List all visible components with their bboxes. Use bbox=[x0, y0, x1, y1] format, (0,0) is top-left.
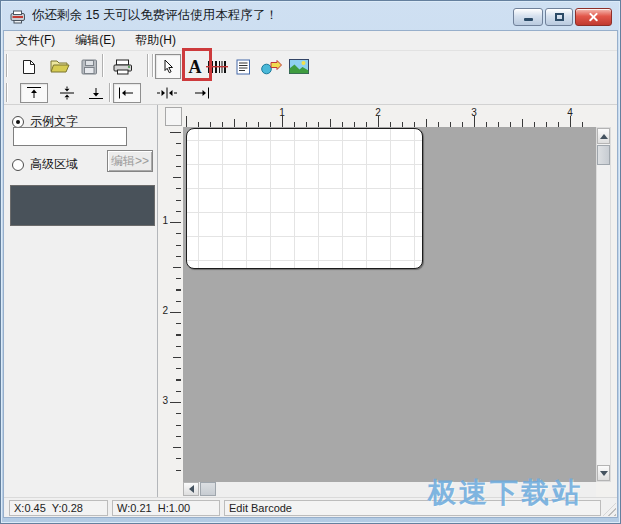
status-position: X:0.45 Y:0.28 bbox=[9, 500, 108, 516]
arrow-left-icon bbox=[189, 485, 194, 493]
hruler-number: 3 bbox=[467, 107, 481, 118]
app-window: 你还剩余 15 天可以免费评估使用本程序了！ 文件(F) 编辑(E) 帮助(H) bbox=[0, 0, 621, 524]
align-middle-button[interactable] bbox=[53, 83, 81, 103]
edit-button[interactable]: 编辑>> bbox=[107, 150, 153, 172]
barcode-tool-button[interactable] bbox=[204, 54, 230, 79]
preview-box bbox=[10, 185, 155, 226]
align-center-button[interactable] bbox=[153, 83, 181, 103]
vruler-number: 3 bbox=[158, 395, 168, 406]
vruler-number: 2 bbox=[158, 305, 168, 316]
status-dimensions: W:0.21 H:1.00 bbox=[112, 500, 220, 516]
scroll-up-button[interactable] bbox=[597, 128, 610, 144]
close-button[interactable] bbox=[575, 8, 612, 26]
align-center-icon bbox=[156, 86, 178, 100]
radio-unselected-icon bbox=[12, 159, 24, 171]
new-document-button[interactable] bbox=[16, 54, 42, 79]
open-folder-icon bbox=[50, 59, 70, 74]
side-panel: 示例文字 高级区域 编辑>> bbox=[4, 105, 157, 497]
menu-help[interactable]: 帮助(H) bbox=[127, 30, 184, 51]
align-right-button[interactable] bbox=[187, 83, 215, 103]
toolbar-separator bbox=[102, 54, 104, 77]
print-button[interactable] bbox=[110, 54, 136, 79]
align-toolbar bbox=[4, 81, 617, 105]
window-title: 你还剩余 15 天可以免费评估使用本程序了！ bbox=[32, 7, 513, 26]
text-tool-icon: A bbox=[189, 58, 202, 76]
title-bar: 你还剩余 15 天可以免费评估使用本程序了！ bbox=[3, 3, 618, 30]
toolbar-grip bbox=[6, 83, 8, 102]
close-icon bbox=[588, 11, 599, 22]
sample-text-input[interactable] bbox=[13, 127, 127, 146]
shape-tool-button[interactable] bbox=[258, 54, 284, 79]
minimize-button[interactable] bbox=[513, 8, 543, 26]
align-top-button[interactable] bbox=[20, 83, 48, 103]
maximize-icon bbox=[555, 13, 564, 21]
toolbar-separator bbox=[152, 54, 154, 77]
main-area: 示例文字 高级区域 编辑>> 1 2 3 4 bbox=[4, 105, 617, 497]
save-button[interactable] bbox=[76, 54, 102, 79]
vruler-number: 1 bbox=[158, 215, 168, 226]
maximize-button[interactable] bbox=[545, 8, 573, 26]
image-tool-button[interactable] bbox=[286, 54, 312, 79]
align-top-icon bbox=[23, 86, 45, 100]
align-right-icon bbox=[190, 86, 212, 100]
horizontal-scroll-thumb[interactable] bbox=[200, 482, 216, 496]
new-document-icon bbox=[22, 59, 36, 75]
vertical-scroll-thumb[interactable] bbox=[597, 145, 610, 165]
status-mode: Edit Barcode bbox=[224, 500, 601, 516]
text-block-tool-icon bbox=[236, 59, 251, 75]
select-tool-button[interactable] bbox=[155, 54, 181, 79]
app-icon bbox=[10, 10, 26, 24]
barcode-tool-icon bbox=[206, 59, 228, 75]
text-block-tool-button[interactable] bbox=[230, 54, 256, 79]
status-bar: X:0.45 Y:0.28 W:0.21 H:1.00 Edit Barcode bbox=[4, 497, 617, 517]
image-tool-icon bbox=[289, 59, 309, 74]
align-bottom-icon bbox=[85, 86, 107, 100]
ruler-corner bbox=[165, 107, 182, 126]
advanced-area-radio[interactable]: 高级区域 bbox=[12, 156, 78, 173]
resize-grip[interactable] bbox=[603, 503, 616, 516]
align-left-icon bbox=[116, 86, 138, 100]
scroll-down-button[interactable] bbox=[597, 465, 610, 481]
open-file-button[interactable] bbox=[47, 54, 73, 79]
menu-edit[interactable]: 编辑(E) bbox=[67, 30, 123, 51]
window-client: 文件(F) 编辑(E) 帮助(H) bbox=[3, 30, 618, 518]
align-left-button[interactable] bbox=[113, 83, 141, 103]
print-icon bbox=[113, 59, 133, 75]
arrow-up-icon bbox=[600, 134, 608, 139]
align-middle-icon bbox=[56, 86, 78, 100]
align-bottom-button[interactable] bbox=[82, 83, 110, 103]
save-icon bbox=[81, 59, 98, 75]
shape-tool-icon bbox=[260, 59, 282, 75]
menu-bar: 文件(F) 编辑(E) 帮助(H) bbox=[4, 31, 617, 51]
vertical-ruler bbox=[176, 132, 181, 479]
minimize-icon bbox=[524, 18, 533, 21]
hruler-number: 1 bbox=[275, 107, 289, 118]
radio-selected-icon bbox=[12, 116, 24, 128]
arrow-down-icon bbox=[600, 471, 608, 476]
horizontal-scrollbar[interactable] bbox=[183, 482, 596, 497]
toolbar-grip bbox=[6, 54, 8, 77]
hruler-number: 4 bbox=[563, 107, 577, 118]
scroll-left-button[interactable] bbox=[183, 482, 199, 496]
menu-file[interactable]: 文件(F) bbox=[8, 30, 63, 51]
hruler-number: 2 bbox=[371, 107, 385, 118]
toolbar-separator bbox=[147, 54, 149, 77]
design-viewport[interactable] bbox=[183, 127, 596, 482]
canvas-area: 1 2 3 4 1 2 3 bbox=[157, 105, 617, 497]
advanced-area-label: 高级区域 bbox=[30, 156, 78, 173]
select-cursor-icon bbox=[162, 59, 174, 74]
main-toolbar: A bbox=[4, 51, 617, 81]
vertical-scrollbar[interactable] bbox=[596, 127, 611, 482]
label-canvas[interactable] bbox=[186, 128, 423, 269]
toolbar-separator bbox=[109, 83, 111, 102]
